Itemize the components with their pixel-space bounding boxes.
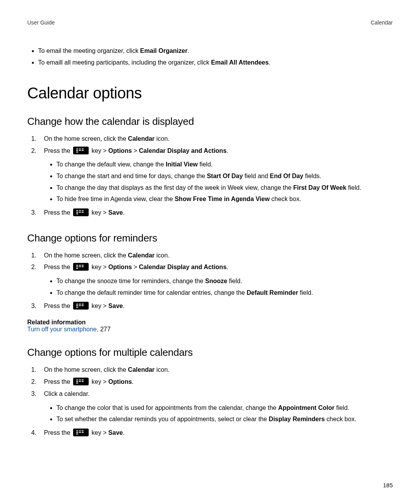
related-link[interactable]: Turn off your smartphone, bbox=[27, 326, 98, 332]
page-title: Calendar options bbox=[27, 84, 393, 102]
related-info-line: Turn off your smartphone, 277 bbox=[27, 326, 393, 333]
section-heading: Change options for multiple calendars bbox=[27, 346, 393, 359]
step-item: Press the key > Options > Calendar Displ… bbox=[38, 262, 393, 298]
document-page: User Guide Calendar To email the meeting… bbox=[0, 0, 420, 504]
list-item: To set whether the calendar reminds you … bbox=[56, 413, 393, 425]
header-right: Calendar bbox=[371, 19, 393, 26]
step-item: Press the key > Save. bbox=[38, 207, 393, 219]
step-item: Press the key > Save. bbox=[38, 301, 393, 312]
steps-list: On the home screen, click the Calendar i… bbox=[27, 364, 393, 438]
list-item: To change the default view, change the I… bbox=[56, 159, 393, 170]
list-item: To emaill all meeting participants, incl… bbox=[38, 57, 393, 68]
menu-key-icon bbox=[73, 147, 89, 154]
sub-bullet-list: To change the snooze time for reminders,… bbox=[44, 275, 393, 298]
step-item: Press the key > Options. bbox=[38, 376, 393, 388]
step-item: On the home screen, click the Calendar i… bbox=[38, 364, 393, 376]
step-item: Press the key > Save. bbox=[38, 427, 393, 439]
intro-bullet-list: To email the meeting organizer, click Em… bbox=[27, 45, 393, 69]
step-item: Press the key > Options > Calendar Displ… bbox=[38, 145, 393, 205]
menu-key-icon bbox=[73, 208, 89, 216]
menu-key-icon bbox=[73, 263, 89, 271]
section-heading: Change how the calendar is displayed bbox=[27, 116, 393, 128]
sub-bullet-list: To change the default view, change the I… bbox=[44, 159, 393, 205]
header-left: User Guide bbox=[27, 19, 55, 26]
step-item: On the home screen, click the Calendar i… bbox=[38, 133, 393, 145]
list-item: To change the default reminder time for … bbox=[56, 287, 393, 299]
list-item: To change the day that displays as the f… bbox=[56, 182, 393, 194]
menu-key-icon bbox=[73, 302, 89, 310]
step-item: Click a calendar. To change the color th… bbox=[38, 388, 393, 425]
step-item: On the home screen, click the Calendar i… bbox=[38, 250, 393, 261]
list-item: To change the start and end time for day… bbox=[56, 170, 393, 182]
list-item: To change the snooze time for reminders,… bbox=[56, 275, 393, 287]
page-header: User Guide Calendar bbox=[27, 19, 393, 26]
related-info-heading: Related information bbox=[27, 319, 393, 326]
steps-list: On the home screen, click the Calendar i… bbox=[27, 250, 393, 312]
list-item: To hide free time in Agenda view, clear … bbox=[56, 193, 393, 205]
section-heading: Change options for reminders bbox=[27, 232, 393, 244]
menu-key-icon bbox=[73, 378, 89, 385]
sub-bullet-list: To change the color that is used for app… bbox=[44, 402, 393, 425]
steps-list: On the home screen, click the Calendar i… bbox=[27, 133, 393, 219]
list-item: To email the meeting organizer, click Em… bbox=[38, 45, 393, 57]
list-item: To change the color that is used for app… bbox=[56, 402, 393, 414]
menu-key-icon bbox=[73, 429, 89, 436]
page-number: 185 bbox=[383, 482, 393, 488]
